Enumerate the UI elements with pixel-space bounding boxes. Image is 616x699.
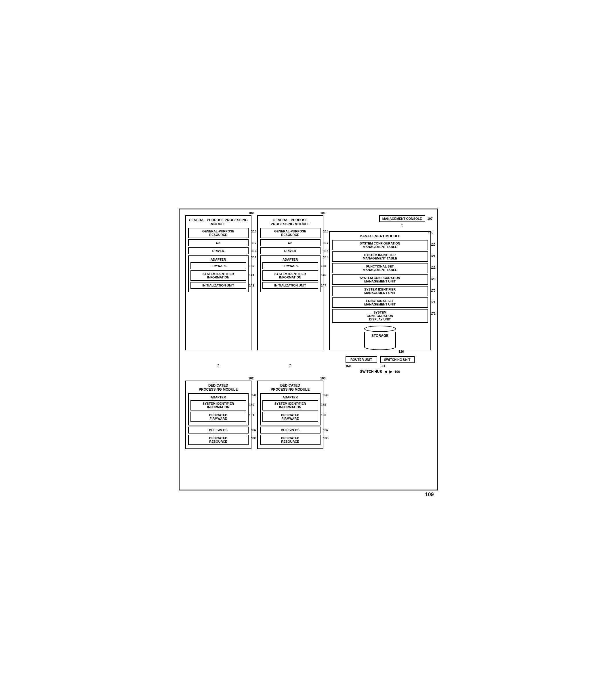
storage-ref: 126 [398,350,404,353]
ded2-resource-ref: 135 [323,436,328,440]
gp2-init-ref: 147 [321,283,326,287]
gp-module-1: GENERAL-PURPOSE PROCESSING MODULE 100 GE… [185,215,251,351]
mgmt-module: MANAGEMENT MODULE 105 SYSTEM CONFIGURATI… [329,231,431,351]
sys-id-table: SYSTEM IDENTIFIERMANAGEMENT TABLE 121 [332,251,428,262]
gp1-init-unit: INITIALIZATION UNIT 142 [191,282,246,289]
gp1-driver-ref: 113 [251,249,257,253]
ded2-sys-id-ref: 155 [321,403,326,407]
storage-area: STORAGE 126 [332,326,428,347]
gp2-init-unit: INITIALIZATION UNIT 147 [262,282,318,289]
sys-config-unit-ref: 123 [430,277,435,281]
ded1-adapter-ref: 131 [251,393,257,397]
gp2-arrow: ↕ [289,362,292,369]
gp1-resource: GENERAL-PURPOSERESOURCE 110 [188,228,249,238]
ded1-builtin-os: BUILT-IN OS 132 [188,426,249,434]
gp1-firmware: FIRMWARE 140 [191,262,246,269]
gp-module-2-ref: 101 [320,211,325,214]
gp2-driver: DRIVER 118 [260,247,320,254]
ded2-resource: DEDICATEDRESOURCE 135 [260,435,320,445]
gp1-os-ref: 112 [251,241,257,245]
ded1-sys-id-info: SYSTEM IDENTIFIERINFORMATION 150 [191,400,246,410]
sys-config-mgmt-unit: SYSTEM CONFIGURATIONMANAGEMENT UNIT 123 [332,274,428,285]
gp2-adapter-ref: 116 [323,255,328,259]
dedicated-module-1: DEDICATEDPROCESSING MODULE 102 ADAPTER 1… [185,381,251,449]
switching-ref: 161 [380,364,385,368]
gp1-sys-id-ref: 141 [249,273,254,277]
switch-hub-area: ROUTER UNIT 160 SWITCHING UNIT 161 SWITC… [329,356,431,375]
bottom-spacer [329,381,431,449]
switch-hub-label: SWITCH HUB [360,370,382,374]
dedicated-module-2: DEDICATEDPROCESSING MODULE 103 ADAPTER 1… [257,381,324,449]
sys-config-table: SYSTEM CONFIGURATIONMANAGEMENT TABLE 120 [332,240,428,250]
storage-label: STORAGE [371,334,389,338]
sys-config-table-ref: 120 [430,243,435,246]
gp2-adapter: ADAPTER 116 FIRMWARE 145 SYSTEM IDENTIFI… [260,255,320,292]
router-unit-wrap: ROUTER UNIT 160 [345,356,377,363]
gp2-firmware: FIRMWARE 145 [262,262,318,269]
middle-row: ↕ ↕ ROUTER UNIT 160 SWITCHING UNIT 161 [185,356,431,375]
cylinder-bottom [364,344,396,350]
gp-module-2: GENERAL-PURPOSEPROCESSING MODULE 101 GEN… [257,215,324,351]
gp1-arrow-area: ↕ [185,362,251,369]
sys-config-display-ref: 172 [430,312,435,315]
gp1-sys-id-info: SYSTEM IDENTIFIERINFORMATION 141 [191,271,246,281]
ded1-sys-id-ref: 150 [249,403,254,407]
storage-cylinder-wrap: STORAGE 126 [364,326,396,347]
switch-hub-label-row: SWITCH HUB ◄► 106 [360,369,400,375]
dedicated-module-2-ref: 103 [320,377,325,380]
sys-id-mgmt-unit: SYSTEM IDENTIFIERMANAGEMENT UNIT 170 [332,286,428,296]
ded2-builtin-os: BUILT-IN OS 137 [260,426,320,434]
switching-unit-wrap: SWITCHING UNIT 161 [380,356,415,363]
func-set-table-ref: 122 [430,266,435,269]
router-ref: 160 [345,364,351,368]
gp-module-1-title: GENERAL-PURPOSE PROCESSING MODULE [188,218,249,226]
switch-hub-arrow: ◄► [383,369,394,375]
gp2-sys-id-info: SYSTEM IDENTIFIERINFORMATION 146 [262,271,318,281]
ded1-fw-ref: 151 [249,413,254,417]
sys-id-table-ref: 121 [430,254,435,258]
gp1-arrow: ↕ [217,362,220,369]
ded2-sys-id-info: SYSTEM IDENTIFIERINFORMATION 155 [262,400,318,410]
ded1-os-ref: 132 [251,428,257,432]
gp1-driver: DRIVER 113 [188,247,249,254]
gp1-firmware-ref: 140 [249,264,254,267]
gp2-resource-ref: 115 [323,229,328,233]
ded2-os-ref: 137 [323,428,328,432]
gp2-resource: GENERAL-PURPOSERESOURCE 115 [260,228,320,238]
switch-hub-ref: 106 [394,370,399,373]
mgmt-module-ref: 105 [428,231,433,235]
ded1-adapter: ADAPTER 131 SYSTEM IDENTIFIERINFORMATION… [188,393,249,425]
gp2-firmware-ref: 145 [321,264,326,267]
gp2-os: OS 117 [260,239,320,246]
ded2-firmware: DEDICATEDFIRMWARE 156 [262,412,318,422]
gp1-resource-ref: 110 [251,229,257,233]
gp-module-1-ref: 100 [248,211,253,214]
gp1-adapter-ref: 111 [251,255,257,259]
mgmt-console-box: MANAGEMENT CONSOLE 107 [379,215,425,222]
gp1-init-ref: 142 [249,283,254,287]
gp2-driver-ref: 118 [323,249,328,253]
diagram-ref: 109 [425,492,434,498]
cylinder-top [364,326,396,332]
sys-config-display-unit: SYSTEMCONFIGURATIONDISPLAY UNIT 172 [332,309,428,323]
ded1-resource: DEDICATEDRESOURCE 130 [188,435,249,445]
func-set-unit-ref: 171 [430,300,435,304]
gp2-os-ref: 117 [323,241,328,245]
ded1-resource-ref: 130 [251,436,257,440]
mgmt-area: MANAGEMENT CONSOLE 107 ↕ MANAGEMENT MODU… [329,215,431,351]
dedicated-module-2-title: DEDICATEDPROCESSING MODULE [260,383,320,392]
mgmt-console-arrow: ↕ [401,222,403,228]
diagram: GENERAL-PURPOSE PROCESSING MODULE 100 GE… [179,209,437,490]
bottom-row: DEDICATEDPROCESSING MODULE 102 ADAPTER 1… [185,381,431,449]
dedicated-module-1-title: DEDICATEDPROCESSING MODULE [188,383,249,392]
gp2-sys-id-ref: 146 [321,273,326,277]
mgmt-console-ref: 107 [427,217,432,220]
ded2-fw-ref: 156 [321,413,326,417]
func-set-table: FUNCTIONAL SETMANAGEMENT TABLE 122 [332,263,428,273]
switch-boxes: ROUTER UNIT 160 SWITCHING UNIT 161 [345,356,415,363]
gp2-arrow-area: ↕ [257,362,324,369]
ded2-adapter-ref: 136 [323,393,328,397]
dedicated-module-1-ref: 102 [248,377,253,380]
sys-id-unit-ref: 170 [430,289,435,292]
gp1-adapter: ADAPTER 111 FIRMWARE 140 SYSTEM IDENTIFI… [188,255,249,292]
